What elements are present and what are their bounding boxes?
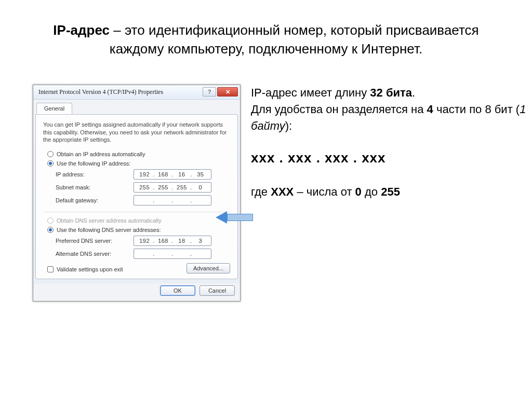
radio-auto-dns: Obtain DNS server address automatically xyxy=(47,217,230,224)
explanation-block: IP-адрес имеет длину 32 бита. Для удобст… xyxy=(241,85,532,200)
radio-auto-ip[interactable]: Obtain an IP address automatically xyxy=(47,151,230,157)
row-gateway: Default gateway: . . . xyxy=(56,195,230,205)
range-text: где ХХХ – числа от 0 до 255 xyxy=(251,184,532,200)
label-ip: IP address: xyxy=(56,171,134,177)
input-gateway[interactable]: . . . xyxy=(134,195,211,205)
title-term: IP-адрес xyxy=(53,22,110,38)
input-pdns[interactable]: 192. 168. 18. 3 xyxy=(134,236,211,246)
checkbox-icon xyxy=(47,266,54,272)
radio-icon xyxy=(47,217,54,224)
row-pdns: Preferred DNS server: 192. 168. 18. 3 xyxy=(56,236,230,246)
dialog-title: Internet Protocol Version 4 (TCP/IPv4) P… xyxy=(38,88,202,96)
row-adns: Alternate DNS server: . . . xyxy=(56,249,230,259)
help-button[interactable]: ? xyxy=(203,87,216,97)
label-pdns: Preferred DNS server: xyxy=(56,238,134,244)
radio-static-ip[interactable]: Use the following IP address: xyxy=(47,160,230,167)
input-ip[interactable]: 192. 168. 16. 35 xyxy=(134,169,211,180)
slide-title: IP-адрес – это идентификационный номер, … xyxy=(0,0,532,64)
advanced-button[interactable]: Advanced... xyxy=(187,263,230,273)
row-ip: IP address: 192. 168. 16. 35 xyxy=(56,169,230,180)
checkbox-label: Validate settings upon exit xyxy=(57,266,123,272)
input-adns[interactable]: . . . xyxy=(134,249,211,259)
ok-button[interactable]: OK xyxy=(160,285,195,296)
radio-icon xyxy=(47,227,54,233)
separator xyxy=(43,212,230,212)
radio-label: Obtain an IP address automatically xyxy=(57,151,145,157)
tab-strip: General xyxy=(33,100,240,114)
row-mask: Subnet mask: 255. 255. 255. 0 xyxy=(56,182,230,193)
label-gateway: Default gateway: xyxy=(56,197,134,203)
tab-general[interactable]: General xyxy=(36,103,72,114)
radio-label: Use the following IP address: xyxy=(57,160,130,167)
radio-icon xyxy=(47,151,54,157)
input-mask[interactable]: 255. 255. 255. 0 xyxy=(134,182,211,193)
radio-label: Obtain DNS server address automatically xyxy=(57,217,162,224)
label-mask: Subnet mask: xyxy=(56,184,134,190)
radio-icon xyxy=(47,160,54,167)
label-adns: Alternate DNS server: xyxy=(56,251,134,257)
title-rest: – это идентификационный номер, который п… xyxy=(110,22,479,57)
radio-label: Use the following DNS server addresses: xyxy=(57,227,161,233)
description-text: You can get IP settings assigned automat… xyxy=(43,121,230,144)
arrow-left-icon xyxy=(216,211,253,224)
ip-pattern: ххх . ххх . ххх . ххх xyxy=(251,148,532,168)
dialog-titlebar[interactable]: Internet Protocol Version 4 (TCP/IPv4) P… xyxy=(33,85,240,100)
radio-static-dns[interactable]: Use the following DNS server addresses: xyxy=(47,227,230,233)
cancel-button[interactable]: Cancel xyxy=(200,285,235,296)
close-button[interactable]: ✕ xyxy=(217,87,238,97)
general-pane: You can get IP settings assigned automat… xyxy=(35,114,238,280)
dialog-buttons: OK Cancel xyxy=(33,283,240,301)
ipv4-properties-dialog: Internet Protocol Version 4 (TCP/IPv4) P… xyxy=(33,85,241,302)
